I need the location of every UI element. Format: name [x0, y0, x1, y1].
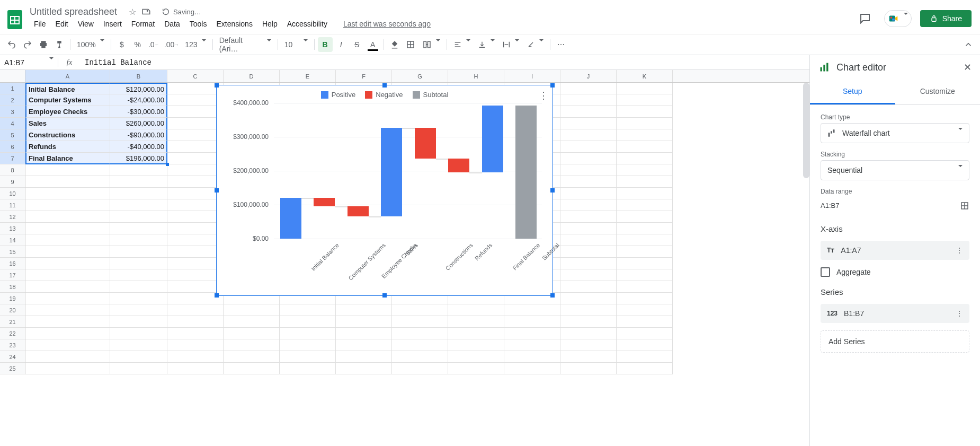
row-header[interactable]: 24	[0, 351, 25, 363]
cell[interactable]	[617, 339, 673, 351]
row-header[interactable]: 10	[0, 188, 25, 199]
column-header[interactable]: J	[560, 70, 617, 82]
cell[interactable]	[504, 339, 560, 351]
cell[interactable]	[392, 351, 448, 363]
cell[interactable]	[392, 339, 448, 351]
cell[interactable]	[560, 83, 617, 94]
cell[interactable]	[110, 164, 167, 176]
cell[interactable]	[617, 234, 673, 246]
fill-handle[interactable]	[166, 163, 169, 166]
cell[interactable]	[617, 328, 673, 339]
menu-tools[interactable]: Tools	[185, 18, 211, 30]
name-box[interactable]: A1:B7	[0, 58, 58, 67]
cell[interactable]	[617, 83, 673, 94]
cell[interactable]	[167, 281, 224, 293]
cell[interactable]	[25, 211, 110, 223]
document-name[interactable]: Untitled spreadsheet	[30, 6, 117, 18]
add-series-button[interactable]: Add Series	[821, 330, 969, 353]
column-header[interactable]: D	[224, 70, 280, 82]
cell[interactable]	[448, 328, 504, 339]
wrap-button[interactable]	[499, 37, 522, 52]
cell[interactable]	[336, 363, 392, 374]
cell[interactable]	[617, 258, 673, 269]
cell[interactable]	[224, 351, 280, 363]
row-header[interactable]: 20	[0, 304, 25, 316]
resize-handle[interactable]	[550, 83, 555, 88]
cell[interactable]	[448, 363, 504, 374]
row-header[interactable]: 11	[0, 199, 25, 211]
cell[interactable]	[110, 246, 167, 258]
resize-handle[interactable]	[550, 293, 555, 298]
cell[interactable]	[392, 328, 448, 339]
cell[interactable]	[25, 304, 110, 316]
cell[interactable]	[110, 258, 167, 269]
cell[interactable]: -$40,000.00	[110, 141, 167, 153]
cell[interactable]	[560, 269, 617, 281]
cell[interactable]: Sales	[25, 118, 110, 129]
row-header[interactable]: 5	[0, 129, 25, 141]
bold-button[interactable]: B	[318, 37, 333, 52]
cell[interactable]	[392, 363, 448, 374]
cell[interactable]	[167, 258, 224, 269]
cell[interactable]	[560, 118, 617, 129]
number-format-select[interactable]: 123	[182, 37, 209, 52]
meet-button[interactable]	[884, 10, 912, 27]
cell[interactable]	[560, 141, 617, 153]
cell[interactable]	[110, 316, 167, 328]
cell[interactable]	[560, 211, 617, 223]
cell[interactable]	[617, 246, 673, 258]
cell[interactable]	[560, 316, 617, 328]
cell[interactable]	[25, 246, 110, 258]
cell[interactable]	[560, 281, 617, 293]
cell[interactable]	[617, 351, 673, 363]
data-range-value[interactable]: A1:B7	[821, 197, 956, 214]
column-header[interactable]: B	[110, 70, 167, 82]
xaxis-range-pill[interactable]: Tᴛ A1:A7 ⋮	[821, 241, 969, 260]
cell[interactable]	[617, 164, 673, 176]
cell[interactable]: $196,000.00	[110, 153, 167, 164]
column-header[interactable]: A	[25, 70, 110, 82]
cell[interactable]	[617, 141, 673, 153]
cell[interactable]	[167, 316, 224, 328]
cell[interactable]	[25, 234, 110, 246]
cell[interactable]	[504, 316, 560, 328]
decrease-decimal-icon[interactable]: .0←	[146, 37, 161, 52]
percent-icon[interactable]: %	[130, 37, 145, 52]
cell[interactable]	[167, 269, 224, 281]
cell[interactable]	[25, 176, 110, 188]
move-icon[interactable]	[141, 7, 151, 16]
cell[interactable]	[392, 316, 448, 328]
cell[interactable]	[617, 316, 673, 328]
cell[interactable]	[110, 351, 167, 363]
cell[interactable]	[167, 199, 224, 211]
cell[interactable]	[167, 164, 224, 176]
resize-handle[interactable]	[382, 83, 387, 88]
cell[interactable]: $260,000.00	[110, 118, 167, 129]
cell[interactable]	[167, 106, 224, 118]
cell[interactable]	[25, 164, 110, 176]
row-header[interactable]: 16	[0, 258, 25, 269]
cell[interactable]	[167, 94, 224, 106]
cell[interactable]	[110, 293, 167, 304]
cell[interactable]	[167, 363, 224, 374]
cell[interactable]	[25, 258, 110, 269]
cell[interactable]	[167, 176, 224, 188]
resize-handle[interactable]	[215, 188, 219, 193]
cell[interactable]	[224, 328, 280, 339]
cell[interactable]	[167, 223, 224, 234]
resize-handle[interactable]	[382, 293, 387, 298]
row-header[interactable]: 13	[0, 223, 25, 234]
close-icon[interactable]: ✕	[964, 62, 972, 73]
row-header[interactable]: 18	[0, 281, 25, 293]
cell[interactable]	[504, 304, 560, 316]
column-header[interactable]: E	[280, 70, 336, 82]
cell[interactable]	[110, 363, 167, 374]
cell[interactable]	[25, 339, 110, 351]
cell[interactable]	[224, 339, 280, 351]
formula-input[interactable]: Initial Balance	[81, 58, 809, 67]
italic-button[interactable]: I	[334, 37, 349, 52]
cell[interactable]: Initial Balance	[25, 83, 110, 94]
menu-extensions[interactable]: Extensions	[212, 18, 256, 30]
row-header[interactable]: 12	[0, 211, 25, 223]
cell[interactable]	[25, 269, 110, 281]
